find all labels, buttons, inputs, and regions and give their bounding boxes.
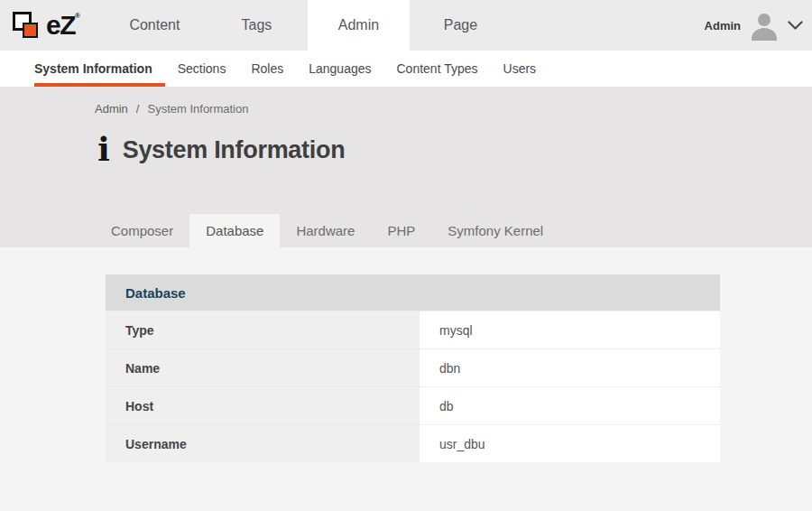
trademark-symbol: ® xyxy=(75,12,80,20)
avatar-head-shape xyxy=(758,14,770,26)
avatar-body-shape xyxy=(752,28,777,41)
breadcrumb-separator: / xyxy=(136,102,140,116)
chevron-down-icon[interactable] xyxy=(788,21,803,31)
table-row: Name dbn xyxy=(106,348,720,386)
ez-logo-orange-square xyxy=(23,23,38,38)
row-value-username: usr_dbu xyxy=(420,424,720,462)
subnav-item-system-information[interactable]: System Information xyxy=(34,51,165,87)
ez-logo-icon xyxy=(13,9,42,42)
tab-symfony-kernel[interactable]: Symfony Kernel xyxy=(431,214,559,247)
row-label-type: Type xyxy=(106,311,420,348)
breadcrumb-current-page: System Information xyxy=(147,102,248,116)
tab-database[interactable]: Database xyxy=(189,214,280,247)
table-row: Username usr_dbu xyxy=(106,424,720,462)
subnav-label: System Information xyxy=(34,61,152,76)
subnav-item-users[interactable]: Users xyxy=(491,51,549,87)
main-nav: Content Tags Admin Page xyxy=(104,0,512,51)
breadcrumb: Admin / System Information xyxy=(0,87,812,116)
page-header-section: Admin / System Information ℹ System Info… xyxy=(0,87,812,247)
user-menu[interactable]: Admin xyxy=(705,0,812,51)
user-name-label: Admin xyxy=(705,19,741,33)
content-area: Database Type mysql Name dbn Host db Use… xyxy=(0,247,812,511)
system-info-tabs: Composer Database Hardware PHP Symfony K… xyxy=(95,214,559,247)
main-nav-item-page[interactable]: Page xyxy=(410,0,512,51)
row-value-host: db xyxy=(420,386,720,424)
row-label-host: Host xyxy=(106,386,420,424)
info-icon: ℹ xyxy=(97,134,110,166)
subnav-item-languages[interactable]: Languages xyxy=(296,51,383,87)
admin-sub-nav: System Information Sections Roles Langua… xyxy=(0,51,812,87)
main-nav-item-tags[interactable]: Tags xyxy=(206,0,308,51)
database-info-table: Database Type mysql Name dbn Host db Use… xyxy=(106,274,720,462)
main-nav-item-admin[interactable]: Admin xyxy=(308,0,410,51)
row-value-name: dbn xyxy=(420,348,720,386)
table-header: Database xyxy=(106,274,720,311)
ez-logo[interactable]: eZ® xyxy=(0,0,80,51)
tab-php[interactable]: PHP xyxy=(371,214,431,247)
row-label-name: Name xyxy=(106,348,420,386)
row-label-username: Username xyxy=(106,424,420,462)
tab-composer[interactable]: Composer xyxy=(95,214,189,247)
row-value-type: mysql xyxy=(420,311,720,348)
table-row: Type mysql xyxy=(106,311,720,348)
page-title: System Information xyxy=(123,136,346,164)
main-nav-item-content[interactable]: Content xyxy=(104,0,206,51)
tab-hardware[interactable]: Hardware xyxy=(280,214,371,247)
page-title-row: ℹ System Information xyxy=(97,134,812,166)
breadcrumb-admin-link[interactable]: Admin xyxy=(95,102,128,116)
top-bar: eZ® Content Tags Admin Page Admin xyxy=(0,0,812,51)
subnav-item-sections[interactable]: Sections xyxy=(165,51,239,87)
subnav-item-roles[interactable]: Roles xyxy=(238,51,296,87)
subnav-item-content-types[interactable]: Content Types xyxy=(384,51,491,87)
user-avatar-icon xyxy=(750,10,779,41)
table-row: Host db xyxy=(106,386,720,424)
ez-logo-text: eZ® xyxy=(46,12,80,39)
